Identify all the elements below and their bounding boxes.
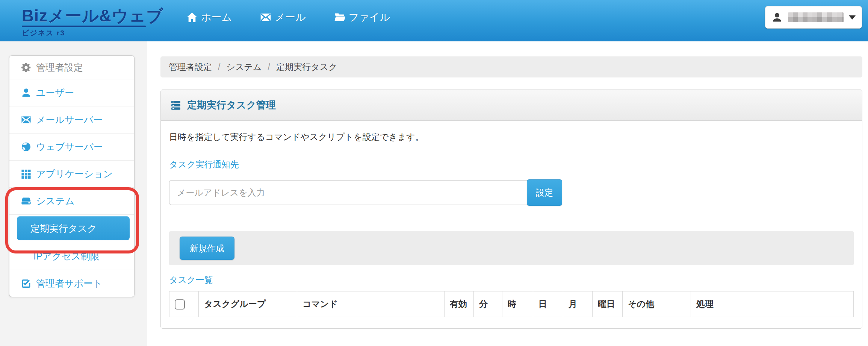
main-content: 管理者設定 / システム / 定期実行タスク 定期実行タスク管理 日時を指定して… — [160, 56, 862, 329]
breadcrumb-item-scheduled-tasks: 定期実行タスク — [276, 61, 337, 73]
task-list-link[interactable]: タスク一覧 — [169, 274, 213, 286]
col-actions: 処理 — [691, 291, 854, 317]
nav-item-files[interactable]: ファイル — [334, 11, 390, 24]
create-new-button[interactable]: 新規作成 — [180, 237, 234, 260]
panel-description: 日時を指定して実行するコマンドやスクリプトを設定できます。 — [169, 131, 854, 143]
user-icon — [21, 87, 32, 98]
col-day: 日 — [533, 291, 563, 317]
sidebar-item-ip-access-restriction[interactable]: IPアクセス制限 — [9, 243, 134, 270]
nav-item-label: ファイル — [349, 11, 390, 24]
col-weekday: 曜日 — [593, 291, 623, 317]
breadcrumb-separator: / — [218, 62, 220, 72]
col-enabled: 有効 — [445, 291, 474, 317]
top-navigation: ホーム メール ファイル — [186, 0, 390, 35]
sidebar-item-label: IPアクセス制限 — [33, 250, 100, 263]
brand-logo[interactable]: Bizメール&ウェブ ビジネス r3 — [22, 7, 163, 38]
notification-input-group: 設定 — [169, 180, 562, 205]
system-drive-icon — [21, 196, 32, 206]
set-button[interactable]: 設定 — [527, 179, 562, 206]
app-root: Bizメール&ウェブ ビジネス r3 ホーム メール ファイル — [0, 0, 868, 346]
task-toolbar: 新規作成 — [169, 231, 854, 265]
grid-icon — [21, 168, 32, 179]
breadcrumb: 管理者設定 / システム / 定期実行タスク — [160, 56, 862, 77]
sidebar-item-label: 管理者サポート — [36, 277, 103, 290]
sidebar-item-web-server[interactable]: ウェブサーバー — [9, 133, 134, 160]
sidebar-item-label: メールサーバー — [36, 114, 103, 126]
breadcrumb-separator: / — [268, 62, 270, 72]
sidebar-item-label: アプリケーション — [36, 168, 113, 180]
select-all-cell — [169, 291, 199, 317]
sidebar-menu: 管理者設定 ユーザー メールサーバー ウェブサーバー アプリケーション システム… — [9, 55, 135, 297]
person-icon — [771, 12, 783, 23]
col-hour: 時 — [502, 291, 533, 317]
user-name-redacted — [788, 12, 844, 22]
check-square-icon — [21, 278, 32, 289]
sidebar-header-admin-settings: 管理者設定 — [9, 56, 134, 79]
col-minute: 分 — [474, 291, 502, 317]
server-stack-icon — [170, 99, 182, 111]
sidebar-item-users[interactable]: ユーザー — [9, 79, 134, 106]
email-input[interactable] — [169, 180, 527, 205]
folder-icon — [334, 11, 346, 23]
brand-title: Bizメール&ウェブ — [22, 7, 163, 25]
brand-underline — [22, 26, 146, 27]
col-command: コマンド — [297, 291, 445, 317]
notification-target-link[interactable]: タスク実行通知先 — [169, 159, 239, 170]
sidebar-item-label: システム — [36, 195, 74, 207]
scheduled-task-panel: 定期実行タスク管理 日時を指定して実行するコマンドやスクリプトを設定できます。 … — [160, 90, 862, 329]
breadcrumb-item-admin-settings[interactable]: 管理者設定 — [169, 61, 212, 73]
sidebar-item-label: 定期実行タスク — [30, 222, 97, 235]
sidebar-header-label: 管理者設定 — [36, 61, 83, 74]
sidebar-active-wrap: 定期実行タスク — [9, 214, 134, 243]
user-menu-button[interactable] — [765, 6, 862, 29]
gear-icon — [21, 62, 32, 73]
sidebar-item-admin-support[interactable]: 管理者サポート — [9, 270, 134, 297]
panel-title: 定期実行タスク管理 — [187, 99, 276, 112]
sidebar-item-label: ウェブサーバー — [36, 141, 103, 153]
nav-item-label: メール — [275, 11, 305, 24]
globe-icon — [21, 141, 32, 152]
sidebar-item-label: ユーザー — [36, 86, 74, 99]
chevron-down-icon — [849, 15, 856, 20]
top-header-bar: Bizメール&ウェブ ビジネス r3 ホーム メール ファイル — [0, 0, 868, 41]
panel-header: 定期実行タスク管理 — [161, 90, 862, 121]
mail-icon — [260, 11, 272, 23]
task-table: タスクグループ コマンド 有効 分 時 日 月 曜日 その他 処理 — [169, 291, 854, 317]
sidebar-item-scheduled-tasks-active[interactable]: 定期実行タスク — [17, 216, 130, 240]
col-other: その他 — [623, 291, 691, 317]
breadcrumb-item-system[interactable]: システム — [226, 61, 262, 73]
panel-body: 日時を指定して実行するコマンドやスクリプトを設定できます。 タスク実行通知先 設… — [161, 121, 862, 328]
home-icon — [186, 11, 198, 23]
nav-item-label: ホーム — [201, 11, 232, 24]
col-month: 月 — [563, 291, 593, 317]
mail-icon — [21, 114, 32, 125]
nav-item-home[interactable]: ホーム — [186, 11, 232, 24]
sidebar-item-applications[interactable]: アプリケーション — [9, 160, 134, 187]
sidebar-item-system[interactable]: システム — [9, 187, 134, 214]
sidebar-item-mail-server[interactable]: メールサーバー — [9, 106, 134, 133]
nav-item-mail[interactable]: メール — [260, 11, 305, 24]
brand-subtitle: ビジネス r3 — [22, 28, 163, 38]
task-table-header-row: タスクグループ コマンド 有効 分 時 日 月 曜日 その他 処理 — [169, 291, 854, 317]
col-task-group: タスクグループ — [199, 291, 297, 317]
select-all-checkbox[interactable] — [175, 299, 185, 310]
